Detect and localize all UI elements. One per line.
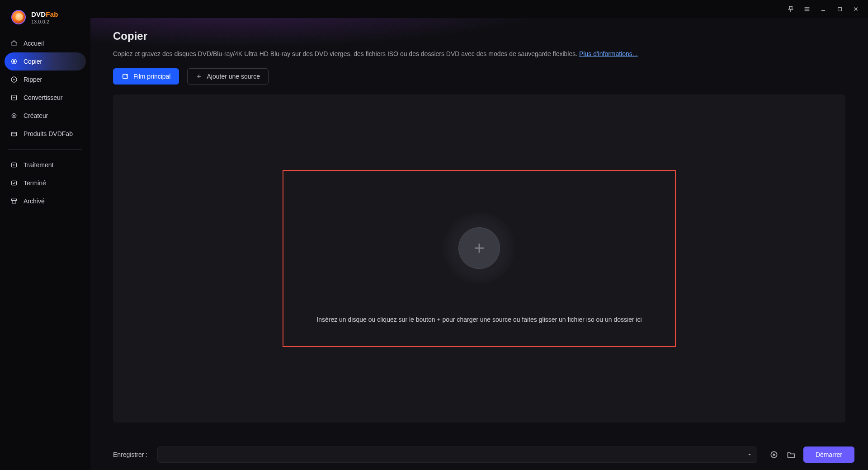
sidebar-item-termine[interactable]: Terminé [5, 174, 86, 192]
close-icon[interactable] [852, 5, 860, 13]
main: Copier Copiez et gravez des disques DVD/… [90, 0, 868, 470]
sidebar-item-label: Produits DVDFab [24, 130, 73, 137]
more-info-link[interactable]: Plus d'informations... [579, 50, 638, 57]
nav-primary: Accueil Copier Ripper Convertisseur [0, 34, 90, 143]
dropzone-plus-button[interactable] [443, 212, 515, 284]
sidebar-item-copier[interactable]: Copier [5, 52, 86, 70]
app-name: DVDFab [31, 10, 58, 18]
svg-rect-12 [123, 74, 128, 78]
content-panel: Insérez un disque ou cliquez sur le bout… [113, 94, 845, 423]
gear-icon [10, 112, 18, 120]
app-version: 13.0.0.2 [31, 19, 58, 24]
toolbar: Film principal Ajouter une source [90, 58, 868, 94]
minimize-icon[interactable] [819, 5, 827, 13]
app-logo-block: DVDFab 13.0.0.2 [0, 8, 90, 34]
button-label: Démarrer [816, 451, 842, 458]
svg-rect-6 [12, 132, 17, 136]
sidebar-item-label: Copier [24, 58, 42, 65]
sidebar-item-label: Archivé [24, 197, 45, 205]
sidebar-item-ripper[interactable]: Ripper [5, 70, 86, 89]
dropzone[interactable]: Insérez un disque ou cliquez sur le bout… [283, 170, 676, 347]
titlebar [90, 0, 868, 18]
svg-rect-8 [12, 181, 17, 185]
sidebar-item-label: Terminé [24, 179, 46, 187]
package-icon [10, 130, 18, 138]
add-source-button[interactable]: Ajouter une source [187, 68, 269, 85]
svg-point-4 [12, 113, 16, 118]
play-list-icon [10, 161, 18, 169]
convert-icon [10, 94, 18, 102]
app-logo-icon [11, 10, 26, 24]
button-label: Film principal [133, 73, 170, 80]
page-description-text: Copiez et gravez des disques DVD/Blu-ray… [113, 50, 579, 57]
svg-rect-11 [838, 7, 841, 11]
svg-point-1 [13, 61, 15, 62]
sidebar: DVDFab 13.0.0.2 Accueil Copier [0, 0, 90, 470]
sidebar-item-label: Traitement [24, 161, 53, 169]
check-list-icon [10, 179, 18, 187]
chevron-down-icon [747, 452, 752, 457]
nav-secondary: Traitement Terminé Archivé [0, 156, 90, 210]
home-icon [10, 39, 18, 47]
main-movie-button[interactable]: Film principal [113, 68, 179, 85]
menu-icon[interactable] [803, 5, 811, 13]
footer: Enregistrer : Démarrer [90, 439, 868, 470]
movie-mode-icon [122, 73, 129, 80]
content: Insérez un disque ou cliquez sur le bout… [90, 94, 868, 439]
maximize-icon[interactable] [835, 5, 844, 13]
dropzone-text: Insérez un disque ou cliquez sur le bout… [316, 316, 642, 323]
archive-icon [10, 197, 18, 205]
save-to-label: Enregistrer : [113, 451, 147, 458]
sidebar-item-traitement[interactable]: Traitement [5, 156, 86, 174]
sidebar-item-label: Accueil [24, 40, 44, 47]
page-header: Copier Copiez et gravez des disques DVD/… [90, 18, 868, 58]
svg-point-14 [773, 454, 774, 455]
sidebar-item-createur[interactable]: Créateur [5, 107, 86, 125]
svg-point-5 [14, 115, 15, 117]
start-button[interactable]: Démarrer [803, 446, 854, 463]
sidebar-separator [8, 149, 82, 150]
disc-play-icon [10, 75, 18, 84]
plus-icon [196, 73, 202, 80]
save-to-dropdown[interactable] [157, 446, 757, 463]
iso-output-icon[interactable] [769, 450, 779, 460]
pin-icon[interactable] [787, 5, 795, 13]
sidebar-item-accueil[interactable]: Accueil [5, 34, 86, 52]
sidebar-item-label: Convertisseur [24, 94, 62, 101]
button-label: Ajouter une source [207, 73, 260, 80]
svg-rect-10 [12, 201, 16, 203]
page-title: Copier [113, 30, 845, 42]
sidebar-item-produits[interactable]: Produits DVDFab [5, 125, 86, 143]
sidebar-item-convertisseur[interactable]: Convertisseur [5, 89, 86, 107]
page-description: Copiez et gravez des disques DVD/Blu-ray… [113, 50, 845, 58]
folder-output-icon[interactable] [786, 450, 796, 460]
sidebar-item-label: Créateur [24, 112, 48, 119]
sidebar-item-label: Ripper [24, 76, 42, 83]
sidebar-item-archive[interactable]: Archivé [5, 192, 86, 210]
target-icon [10, 57, 18, 66]
plus-icon [472, 240, 487, 256]
